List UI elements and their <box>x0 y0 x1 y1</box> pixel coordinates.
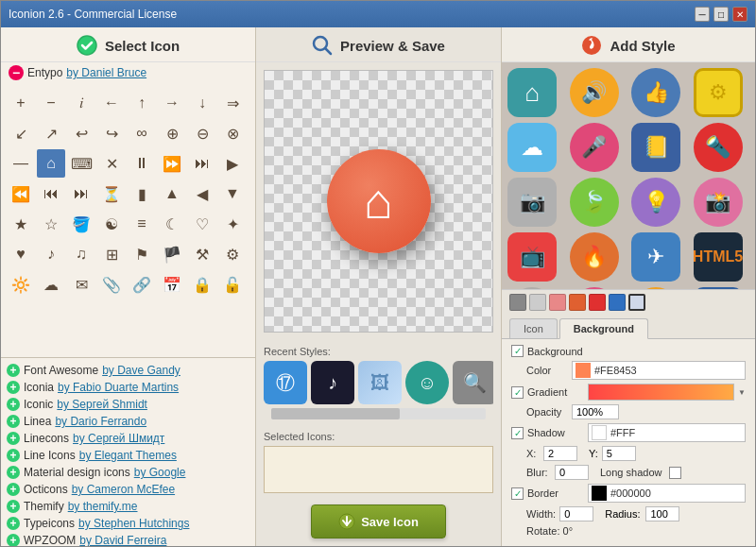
style-icon-item[interactable]: ⌂ <box>507 68 557 117</box>
icon-cell[interactable]: ↗ <box>37 119 65 147</box>
icon-cell[interactable]: ⏭ <box>67 179 95 208</box>
source-author-link[interactable]: by David Ferreira <box>79 534 166 546</box>
selected-icons-area[interactable] <box>264 446 493 493</box>
save-icon-button[interactable]: Save Icon <box>311 504 446 538</box>
width-value[interactable]: 0 <box>559 506 593 521</box>
recent-styles-scrollbar[interactable] <box>271 408 486 419</box>
style-thumb[interactable]: ☺ <box>405 361 449 404</box>
add-source-button[interactable]: + <box>7 534 20 546</box>
style-icon-item[interactable]: ✈ <box>631 232 680 282</box>
source-author-link[interactable]: by Elegant Themes <box>79 449 177 462</box>
icon-cell[interactable]: ⏭ <box>188 149 216 178</box>
icon-cell[interactable]: ∞ <box>128 119 156 147</box>
style-icon-item[interactable]: 🔥 <box>570 232 619 282</box>
icon-cell[interactable]: ⇒ <box>218 89 247 117</box>
icon-cell[interactable]: ↪ <box>97 119 126 147</box>
icon-cell[interactable]: ⌨ <box>67 149 95 178</box>
add-source-button[interactable]: + <box>7 381 20 394</box>
tab-icon[interactable]: Icon <box>509 318 558 338</box>
swatch-blue[interactable] <box>609 294 626 311</box>
add-source-button[interactable]: + <box>7 449 20 462</box>
tab-background[interactable]: Background <box>559 318 648 339</box>
maximize-button[interactable]: □ <box>713 7 729 22</box>
color-input[interactable]: #FE8453 <box>572 361 746 380</box>
icon-cell[interactable]: ⚑ <box>128 240 156 268</box>
source-author-link[interactable]: by Cameron McEfee <box>72 483 175 496</box>
source-author-link[interactable]: by Google <box>134 466 186 479</box>
icon-cell[interactable]: ⚙ <box>218 240 247 268</box>
source-author-link[interactable]: by Dario Ferrando <box>55 415 146 428</box>
icon-cell[interactable]: ▶ <box>218 149 247 178</box>
style-icon-item[interactable]: 🍃 <box>570 178 619 227</box>
border-checkbox[interactable] <box>511 487 524 500</box>
icon-cell[interactable]: ⊗ <box>218 119 247 147</box>
style-thumb[interactable]: 🖼 <box>358 361 402 404</box>
icon-cell-selected[interactable]: ⌂ <box>37 149 65 178</box>
source-author-link[interactable]: by Daniel Bruce <box>66 66 146 79</box>
style-icon-item[interactable]: 📒 <box>631 123 680 172</box>
icon-cell[interactable]: ⏮ <box>37 179 65 208</box>
style-icon-item[interactable]: 📷 <box>507 178 557 227</box>
icon-cell[interactable]: → <box>158 89 186 117</box>
shadow-color-input[interactable]: #FFF <box>588 423 746 442</box>
icon-cell[interactable]: 🔆 <box>7 270 35 299</box>
icon-cell[interactable]: ↑ <box>128 89 156 117</box>
style-thumb[interactable]: ⑰ <box>264 361 307 404</box>
gradient-bar[interactable] <box>588 384 734 401</box>
source-author-link[interactable]: by themify.me <box>68 500 138 513</box>
icon-grid-container[interactable]: + − 𝑖 ← ↑ → ↓ ⇒ ↙ ↗ ↩ ↪ ∞ ⊕ ⊖ ⊗ <box>1 83 255 357</box>
source-author-link[interactable]: by Dave Gandy <box>102 364 180 377</box>
icon-cell[interactable]: ⚒ <box>188 240 216 268</box>
add-source-button[interactable]: + <box>7 432 20 445</box>
style-icons-grid[interactable]: ⌂ 🔊 👍 ⚙ <box>502 62 755 289</box>
border-color-input[interactable]: #000000 <box>588 484 746 503</box>
icon-cell[interactable]: ▮ <box>128 179 156 208</box>
icon-cell[interactable]: 🪣 <box>67 210 95 238</box>
blur-value[interactable]: 0 <box>555 465 589 480</box>
x-value[interactable]: 2 <box>543 446 577 461</box>
source-author-link[interactable]: by Fabio Duarte Martins <box>58 381 179 394</box>
style-thumb[interactable]: 🔍 <box>453 361 493 404</box>
icon-cell[interactable]: + <box>7 89 35 117</box>
icon-cell[interactable]: ↩ <box>67 119 95 147</box>
icon-cell[interactable]: 𝑖 <box>67 89 95 117</box>
icon-cell[interactable]: ♥ <box>7 240 35 268</box>
style-icon-item[interactable]: 📺 <box>507 232 557 282</box>
icon-cell[interactable]: 🔗 <box>128 270 156 299</box>
long-shadow-checkbox[interactable] <box>669 467 681 479</box>
icon-cell[interactable]: ▲ <box>158 179 186 208</box>
icon-cell[interactable]: ☆ <box>37 210 65 238</box>
swatch-gray[interactable] <box>509 294 526 311</box>
add-source-button[interactable]: + <box>7 483 20 496</box>
icon-cell[interactable]: ↓ <box>188 89 216 117</box>
add-source-button[interactable]: + <box>7 398 20 411</box>
icon-cell[interactable]: ⊖ <box>188 119 216 147</box>
swatch-pink[interactable] <box>549 294 566 311</box>
style-icon-item[interactable]: ⚙ <box>694 68 743 117</box>
source-author-link[interactable]: by Stephen Hutchings <box>78 517 189 530</box>
gradient-dropdown[interactable]: ▼ <box>738 388 746 397</box>
icon-cell[interactable]: ☯ <box>97 210 126 238</box>
icon-cell[interactable]: ★ <box>7 210 35 238</box>
close-button[interactable]: ✕ <box>732 7 747 22</box>
add-source-button[interactable]: + <box>7 364 20 377</box>
swatch-orange[interactable] <box>569 294 586 311</box>
add-source-button[interactable]: + <box>7 500 20 513</box>
icon-cell[interactable]: 🏴 <box>158 240 186 268</box>
icon-cell[interactable]: ↙ <box>7 119 35 147</box>
remove-source-button[interactable]: − <box>9 65 24 80</box>
icon-cell[interactable]: ⏪ <box>7 179 35 208</box>
icon-cell[interactable]: ⏩ <box>158 149 186 178</box>
icon-cell[interactable]: ⏳ <box>97 179 126 208</box>
y-value[interactable]: 5 <box>602 446 636 461</box>
gradient-checkbox[interactable] <box>511 386 524 399</box>
icon-cell[interactable]: ☾ <box>158 210 186 238</box>
add-source-button[interactable]: + <box>7 517 20 530</box>
minimize-button[interactable]: ─ <box>695 7 710 22</box>
icon-cell[interactable]: 🔒 <box>188 270 216 299</box>
swatch-light-blue[interactable] <box>628 294 645 311</box>
icon-cell[interactable]: 📎 <box>97 270 126 299</box>
icon-cell[interactable]: 📅 <box>158 270 186 299</box>
icon-cell[interactable]: ≡ <box>128 210 156 238</box>
icon-cell[interactable]: 🔓 <box>218 270 247 299</box>
